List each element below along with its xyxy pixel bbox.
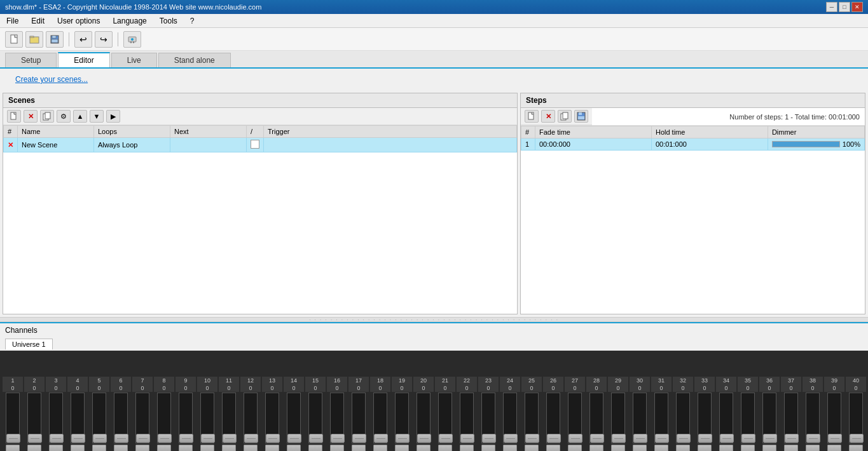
- channel-fader-35[interactable]: [741, 393, 755, 443]
- channel-btn-30[interactable]: [633, 445, 647, 451]
- channel-fader-4[interactable]: [71, 393, 85, 443]
- channel-fader-20[interactable]: [417, 393, 431, 443]
- channel-fader-15[interactable]: [308, 393, 322, 443]
- channel-btn-23[interactable]: [481, 445, 495, 451]
- channel-btn-40[interactable]: [849, 445, 863, 451]
- channel-btn-20[interactable]: [417, 445, 431, 451]
- channel-fader-1[interactable]: [6, 393, 20, 443]
- splitter[interactable]: · · · · · · · · · · · · · · · · · · · · …: [0, 317, 868, 322]
- fader-thumb-29[interactable]: [612, 434, 626, 443]
- tab-setup[interactable]: Setup: [5, 53, 57, 67]
- channel-fader-19[interactable]: [395, 393, 409, 443]
- fader-thumb-32[interactable]: [677, 434, 691, 443]
- fader-thumb-25[interactable]: [525, 434, 539, 443]
- channel-fader-10[interactable]: [200, 393, 214, 443]
- fader-thumb-39[interactable]: [828, 434, 842, 443]
- fader-thumb-38[interactable]: [806, 434, 820, 443]
- tab-editor[interactable]: Editor: [58, 52, 109, 67]
- channel-btn-1[interactable]: [6, 445, 20, 451]
- fader-thumb-1[interactable]: [6, 434, 20, 443]
- fader-thumb-24[interactable]: [504, 434, 518, 443]
- channel-fader-11[interactable]: [222, 393, 236, 443]
- channel-fader-3[interactable]: [49, 393, 63, 443]
- channel-fader-36[interactable]: [762, 393, 776, 443]
- fader-thumb-20[interactable]: [417, 434, 431, 443]
- scene-play-button[interactable]: ▶: [106, 110, 120, 123]
- channel-btn-10[interactable]: [200, 445, 214, 451]
- menu-user-options[interactable]: User options: [53, 15, 104, 27]
- channel-fader-38[interactable]: [806, 393, 820, 443]
- redo-button[interactable]: ↪: [95, 31, 113, 48]
- minimize-button[interactable]: ─: [826, 2, 837, 12]
- channel-fader-6[interactable]: [114, 393, 128, 443]
- tab-standalone[interactable]: Stand alone: [158, 53, 231, 67]
- fader-thumb-13[interactable]: [266, 434, 280, 443]
- channel-fader-13[interactable]: [265, 393, 279, 443]
- channel-fader-32[interactable]: [676, 393, 690, 443]
- channel-btn-5[interactable]: [92, 445, 106, 451]
- fader-thumb-9[interactable]: [179, 434, 193, 443]
- fader-thumb-16[interactable]: [331, 434, 345, 443]
- channel-fader-24[interactable]: [503, 393, 517, 443]
- step-copy-button[interactable]: [558, 110, 572, 123]
- channel-btn-35[interactable]: [741, 445, 755, 451]
- fader-thumb-17[interactable]: [352, 434, 366, 443]
- channel-btn-32[interactable]: [676, 445, 690, 451]
- channel-btn-17[interactable]: [352, 445, 366, 451]
- channel-btn-11[interactable]: [222, 445, 236, 451]
- fader-thumb-14[interactable]: [287, 434, 301, 443]
- channel-btn-6[interactable]: [114, 445, 128, 451]
- channel-fader-9[interactable]: [179, 393, 193, 443]
- channel-fader-17[interactable]: [352, 393, 366, 443]
- channel-btn-3[interactable]: [49, 445, 63, 451]
- channel-btn-36[interactable]: [762, 445, 776, 451]
- channel-btn-8[interactable]: [157, 445, 171, 451]
- tab-live[interactable]: Live: [111, 53, 157, 67]
- channel-btn-34[interactable]: [719, 445, 733, 451]
- new-file-button[interactable]: [5, 31, 23, 48]
- channel-btn-21[interactable]: [438, 445, 452, 451]
- channel-fader-5[interactable]: [92, 393, 106, 443]
- channel-btn-39[interactable]: [827, 445, 841, 451]
- fader-thumb-21[interactable]: [439, 434, 453, 443]
- fader-thumb-4[interactable]: [71, 434, 85, 443]
- channel-fader-33[interactable]: [698, 393, 712, 443]
- channel-fader-22[interactable]: [460, 393, 474, 443]
- channel-btn-26[interactable]: [546, 445, 560, 451]
- open-file-button[interactable]: [25, 31, 43, 48]
- channel-btn-29[interactable]: [611, 445, 625, 451]
- save-button[interactable]: [46, 31, 64, 48]
- channel-fader-29[interactable]: [611, 393, 625, 443]
- channel-fader-12[interactable]: [244, 393, 258, 443]
- channel-btn-16[interactable]: [330, 445, 344, 451]
- channel-btn-31[interactable]: [654, 445, 668, 451]
- channel-btn-9[interactable]: [179, 445, 193, 451]
- channel-fader-7[interactable]: [135, 393, 149, 443]
- channel-fader-8[interactable]: [157, 393, 171, 443]
- channel-fader-31[interactable]: [654, 393, 668, 443]
- scene-settings-button[interactable]: ⚙: [57, 110, 71, 123]
- fader-thumb-33[interactable]: [698, 434, 712, 443]
- channel-btn-12[interactable]: [244, 445, 258, 451]
- maximize-button[interactable]: □: [839, 2, 850, 12]
- fader-thumb-8[interactable]: [158, 434, 172, 443]
- fader-thumb-31[interactable]: [655, 434, 669, 443]
- channel-fader-28[interactable]: [589, 393, 603, 443]
- table-row[interactable]: 1 00:00:000 00:01:000 100%: [521, 138, 865, 151]
- fader-thumb-3[interactable]: [50, 434, 64, 443]
- channel-btn-13[interactable]: [265, 445, 279, 451]
- channel-btn-22[interactable]: [460, 445, 474, 451]
- step-delete-button[interactable]: ✕: [541, 110, 555, 123]
- channel-btn-24[interactable]: [503, 445, 517, 451]
- scene-up-button[interactable]: ▲: [73, 110, 87, 123]
- channel-btn-19[interactable]: [395, 445, 409, 451]
- fader-thumb-12[interactable]: [244, 434, 258, 443]
- fader-thumb-6[interactable]: [114, 434, 128, 443]
- channel-fader-25[interactable]: [525, 393, 539, 443]
- create-scenes-link[interactable]: Create your scenes...: [0, 69, 868, 90]
- fader-thumb-36[interactable]: [763, 434, 777, 443]
- channel-btn-25[interactable]: [525, 445, 539, 451]
- menu-tools[interactable]: Tools: [156, 15, 181, 27]
- scene-delete-button[interactable]: ✕: [24, 110, 38, 123]
- fader-thumb-34[interactable]: [720, 434, 734, 443]
